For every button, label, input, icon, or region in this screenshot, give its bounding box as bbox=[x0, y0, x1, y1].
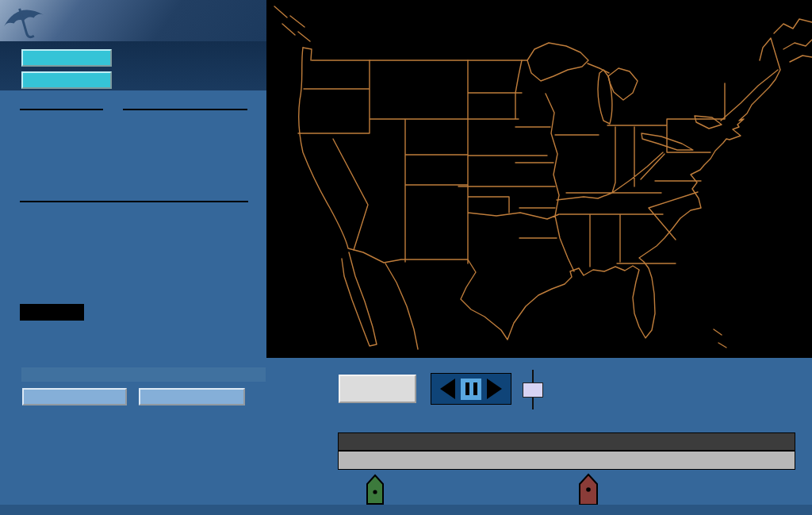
zoom-out-x2-button[interactable] bbox=[139, 388, 245, 405]
year-grid bbox=[20, 109, 103, 110]
zoom-out-full-button[interactable] bbox=[22, 388, 127, 405]
window-start-marker[interactable] bbox=[366, 474, 385, 505]
speed-slider-handle[interactable] bbox=[523, 382, 543, 398]
day-calendar bbox=[20, 201, 248, 202]
current-time-marker[interactable] bbox=[578, 473, 599, 506]
step-forward-icon[interactable] bbox=[487, 379, 502, 399]
text-reports-button[interactable] bbox=[21, 49, 112, 67]
us-map-outline bbox=[266, 0, 812, 358]
step-back-icon[interactable] bbox=[440, 379, 455, 399]
sidebar bbox=[0, 0, 266, 515]
playback-panel bbox=[431, 373, 511, 405]
header bbox=[0, 0, 266, 41]
show-history-toggle[interactable] bbox=[339, 375, 416, 403]
bottom-strip bbox=[0, 505, 812, 515]
time-strip-activity-bar[interactable] bbox=[338, 432, 795, 451]
time-strip-tick-bar[interactable] bbox=[338, 451, 795, 470]
pause-icon[interactable] bbox=[461, 379, 481, 400]
month-grid bbox=[123, 109, 247, 110]
us-precipitation-map[interactable] bbox=[266, 0, 812, 358]
help-tutorial-button[interactable] bbox=[21, 71, 112, 89]
calendar-footer-spacer bbox=[20, 304, 84, 321]
status-bar bbox=[21, 367, 266, 382]
umbrella-logo-icon bbox=[0, 0, 48, 41]
